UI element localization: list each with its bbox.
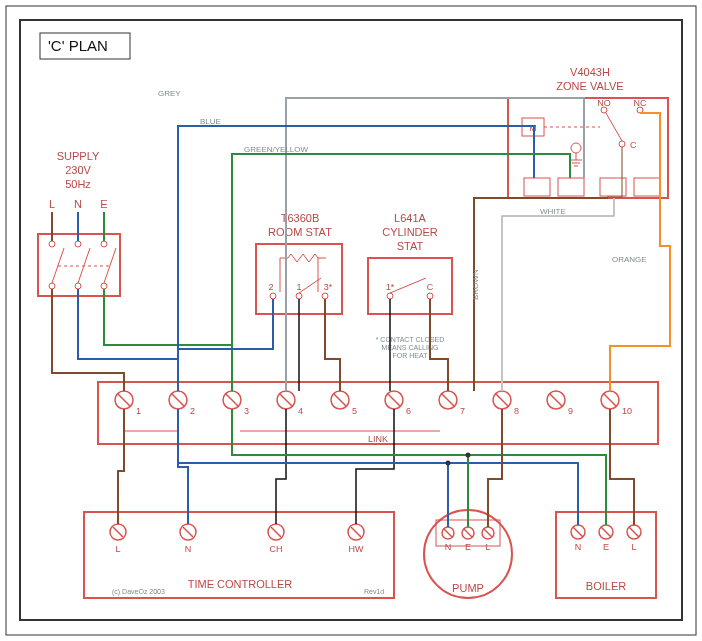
svg-point-9 bbox=[75, 241, 81, 247]
svg-rect-66 bbox=[634, 178, 660, 196]
svg-text:WHITE: WHITE bbox=[540, 207, 566, 216]
svg-text:TIME CONTROLLER: TIME CONTROLLER bbox=[188, 578, 293, 590]
svg-rect-64 bbox=[558, 178, 584, 196]
svg-point-27 bbox=[296, 293, 302, 299]
svg-point-37 bbox=[387, 293, 393, 299]
svg-text:4: 4 bbox=[298, 406, 303, 416]
svg-text:NC: NC bbox=[634, 98, 647, 108]
svg-point-58 bbox=[571, 143, 581, 153]
svg-text:* CONTACT CLOSED: * CONTACT CLOSED bbox=[376, 336, 445, 343]
wiring: GREY BLUE GREEN/YELLOW BROWN WHITE ORANG… bbox=[52, 89, 670, 527]
svg-text:1: 1 bbox=[296, 282, 301, 292]
svg-point-10 bbox=[101, 241, 107, 247]
svg-text:9: 9 bbox=[568, 406, 573, 416]
svg-text:LINK: LINK bbox=[368, 434, 388, 444]
svg-text:BLUE: BLUE bbox=[200, 117, 221, 126]
svg-text:E: E bbox=[465, 542, 471, 552]
svg-text:50Hz: 50Hz bbox=[65, 178, 91, 190]
svg-text:PUMP: PUMP bbox=[452, 582, 484, 594]
svg-text:L: L bbox=[485, 542, 490, 552]
svg-text:6: 6 bbox=[406, 406, 411, 416]
diagram-title: 'C' PLAN bbox=[48, 37, 108, 54]
svg-line-16 bbox=[104, 248, 116, 283]
svg-text:230V: 230V bbox=[65, 164, 91, 176]
svg-point-12 bbox=[75, 283, 81, 289]
svg-rect-36 bbox=[368, 258, 452, 314]
svg-text:SUPPLY: SUPPLY bbox=[57, 150, 100, 162]
svg-text:N: N bbox=[185, 544, 192, 554]
svg-text:7: 7 bbox=[460, 406, 465, 416]
svg-text:C: C bbox=[427, 282, 434, 292]
svg-text:N: N bbox=[445, 542, 452, 552]
svg-rect-7 bbox=[38, 234, 120, 296]
svg-point-8 bbox=[49, 241, 55, 247]
svg-text:E: E bbox=[603, 542, 609, 552]
svg-text:FOR HEAT: FOR HEAT bbox=[393, 352, 429, 359]
svg-text:C: C bbox=[630, 140, 637, 150]
supply-label: SUPPLY 230V 50Hz L N E bbox=[49, 150, 108, 210]
svg-text:V4043H: V4043H bbox=[570, 66, 610, 78]
svg-text:(c) DaveOz 2003: (c) DaveOz 2003 bbox=[112, 588, 165, 596]
svg-rect-63 bbox=[524, 178, 550, 196]
svg-point-28 bbox=[322, 293, 328, 299]
zone-valve: V4043H ZONE VALVE M NO NC C bbox=[508, 66, 668, 198]
svg-text:L: L bbox=[631, 542, 636, 552]
svg-text:E: E bbox=[100, 198, 107, 210]
svg-point-145 bbox=[466, 453, 471, 458]
svg-text:2: 2 bbox=[190, 406, 195, 416]
svg-text:BROWN: BROWN bbox=[471, 269, 480, 300]
svg-text:L: L bbox=[115, 544, 120, 554]
svg-point-11 bbox=[49, 283, 55, 289]
svg-text:GREY: GREY bbox=[158, 89, 181, 98]
svg-text:3: 3 bbox=[244, 406, 249, 416]
svg-text:8: 8 bbox=[514, 406, 519, 416]
svg-point-38 bbox=[427, 293, 433, 299]
svg-point-54 bbox=[619, 141, 625, 147]
svg-text:GREEN/YELLOW: GREEN/YELLOW bbox=[244, 145, 308, 154]
svg-text:BOILER: BOILER bbox=[586, 580, 626, 592]
svg-text:3*: 3* bbox=[324, 282, 333, 292]
svg-text:STAT: STAT bbox=[397, 240, 424, 252]
svg-text:HW: HW bbox=[349, 544, 364, 554]
junction-box: 1 2 3 4 5 6 7 8 9 10 LINK bbox=[98, 382, 658, 444]
time-controller: TIME CONTROLLER (c) DaveOz 2003 Rev1d L … bbox=[84, 512, 394, 598]
supply-isolator bbox=[38, 212, 120, 296]
svg-text:CH: CH bbox=[270, 544, 283, 554]
svg-text:1: 1 bbox=[136, 406, 141, 416]
svg-point-144 bbox=[446, 461, 451, 466]
svg-text:N: N bbox=[74, 198, 82, 210]
svg-point-26 bbox=[270, 293, 276, 299]
svg-text:ROOM STAT: ROOM STAT bbox=[268, 226, 332, 238]
svg-text:ORANGE: ORANGE bbox=[612, 255, 647, 264]
svg-text:Rev1d: Rev1d bbox=[364, 588, 384, 595]
svg-text:N: N bbox=[575, 542, 582, 552]
svg-text:5: 5 bbox=[352, 406, 357, 416]
svg-text:L: L bbox=[49, 198, 55, 210]
svg-text:NO: NO bbox=[597, 98, 611, 108]
svg-text:1*: 1* bbox=[386, 282, 395, 292]
svg-line-39 bbox=[390, 278, 426, 293]
title-box: 'C' PLAN bbox=[40, 33, 130, 59]
cylinder-stat: L641A CYLINDER STAT 1* C * CONTACT CLOSE… bbox=[368, 212, 452, 359]
svg-text:ZONE VALVE: ZONE VALVE bbox=[556, 80, 623, 92]
svg-line-56 bbox=[606, 113, 622, 141]
room-stat: T6360B ROOM STAT 2 1 3* bbox=[256, 212, 342, 314]
svg-text:CYLINDER: CYLINDER bbox=[382, 226, 438, 238]
svg-text:10: 10 bbox=[622, 406, 632, 416]
svg-text:L641A: L641A bbox=[394, 212, 426, 224]
svg-point-13 bbox=[101, 283, 107, 289]
svg-text:2: 2 bbox=[268, 282, 273, 292]
outer-border bbox=[6, 6, 696, 635]
